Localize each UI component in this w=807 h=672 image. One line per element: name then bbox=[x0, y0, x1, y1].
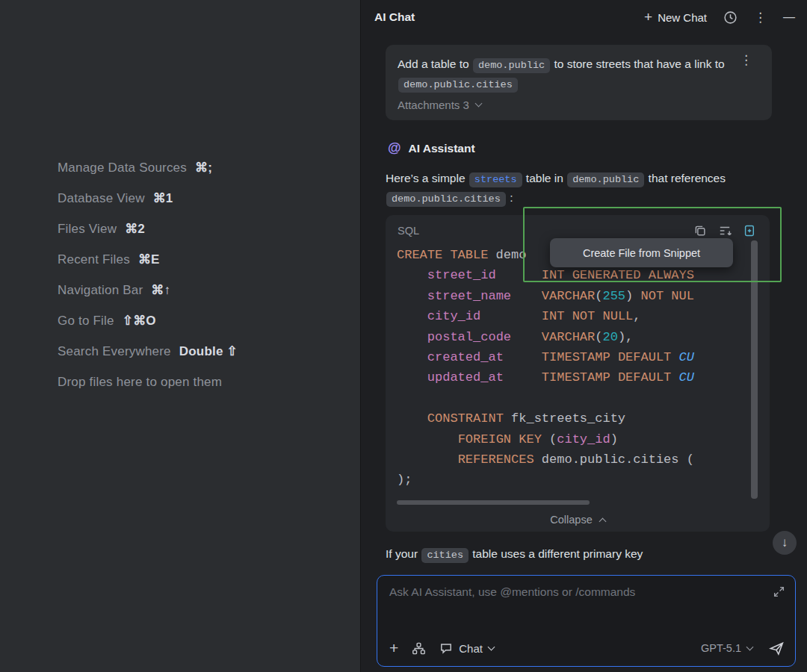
shortcut-hint: Go to File⇧⌘O bbox=[58, 305, 238, 336]
code-line bbox=[397, 388, 770, 408]
chat-bubble-icon bbox=[439, 641, 453, 655]
code-line: updated_at TIMESTAMP DEFAULT CU bbox=[397, 367, 770, 388]
horizontal-scrollbar-thumb[interactable] bbox=[397, 500, 590, 505]
plus-icon: + bbox=[644, 12, 652, 22]
code-block-actions bbox=[693, 224, 756, 237]
add-attachment-icon[interactable]: + bbox=[389, 641, 398, 655]
chat-input[interactable] bbox=[377, 576, 795, 622]
text-segment: Add a table to bbox=[398, 57, 472, 70]
chat-title: AI Chat bbox=[374, 10, 415, 24]
shortcut-label: Files View bbox=[58, 222, 117, 237]
shortcut-keys: Double ⇧ bbox=[179, 343, 238, 359]
code-line: ); bbox=[397, 470, 770, 490]
shortcut-label: Search Everywhere bbox=[58, 344, 171, 359]
shortcut-hint: Database View⌘1 bbox=[58, 183, 238, 214]
minimize-icon[interactable]: — bbox=[783, 10, 795, 24]
text-segment: table in bbox=[523, 172, 567, 184]
shortcut-hint: Files View⌘2 bbox=[58, 214, 238, 244]
more-options-icon[interactable]: ⋮ bbox=[754, 10, 767, 25]
code-line: CONSTRAINT fk_streets_city bbox=[397, 408, 770, 429]
text-segment: that references bbox=[645, 172, 726, 184]
context-structure-icon[interactable] bbox=[412, 641, 426, 656]
chat-mode-label: Chat bbox=[459, 642, 483, 655]
shortcut-label: Go to File bbox=[58, 314, 114, 329]
chevron-down-icon bbox=[746, 643, 754, 650]
insert-snippet-icon[interactable] bbox=[718, 224, 732, 237]
collapse-label: Collapse bbox=[550, 514, 592, 526]
create-file-from-snippet-icon[interactable] bbox=[743, 224, 756, 237]
ide-window: Manage Data Sources⌘;Database View⌘1File… bbox=[0, 0, 807, 672]
shortcut-hints: Manage Data Sources⌘;Database View⌘1File… bbox=[58, 152, 238, 397]
text-segment: Here’s a simple bbox=[386, 172, 469, 184]
tooltip-label: Create File from Snippet bbox=[583, 247, 700, 259]
code-line: REFERENCES demo.public.cities ( bbox=[397, 449, 770, 470]
code-line: FOREIGN KEY (city_id) bbox=[397, 429, 770, 449]
user-message-card: Add a table to demo.public to store stre… bbox=[386, 45, 772, 120]
shortcut-keys: ⌘↑ bbox=[151, 282, 170, 298]
code-line: postal_code VARCHAR(20), bbox=[397, 327, 770, 347]
shortcut-label: Recent Files bbox=[58, 252, 130, 267]
shortcut-keys: ⌘E bbox=[138, 252, 160, 267]
inline-code-chip: demo.public.cities bbox=[398, 78, 518, 93]
copy-snippet-icon[interactable] bbox=[693, 224, 707, 237]
shortcut-keys: ⌘2 bbox=[125, 221, 145, 237]
assistant-followup-text: If your cities table uses a different pr… bbox=[386, 544, 776, 564]
inline-code-chip: demo.public bbox=[567, 172, 644, 187]
sql-code: CREATE TABLE demo street_id INT GENERATE… bbox=[386, 245, 770, 491]
shortcut-hint: Search EverywhereDouble ⇧ bbox=[58, 336, 238, 367]
shortcut-hint: Navigation Bar⌘↑ bbox=[58, 275, 238, 305]
chat-header-actions: + New Chat ⋮ — bbox=[644, 10, 795, 25]
shortcut-keys: ⇧⌘O bbox=[123, 313, 156, 329]
chevron-down-icon bbox=[474, 100, 482, 108]
shortcut-keys: ⌘1 bbox=[153, 190, 173, 206]
code-line: created_at TIMESTAMP DEFAULT CU bbox=[397, 347, 770, 367]
new-chat-label: New Chat bbox=[658, 11, 707, 24]
code-line: city_id INT NOT NULL, bbox=[397, 306, 770, 326]
attachments-label: Attachments 3 bbox=[398, 99, 469, 111]
message-options-icon[interactable]: ⋮ bbox=[740, 52, 752, 68]
shortcut-hint: Recent Files⌘E bbox=[58, 244, 238, 275]
inline-code-chip: cities bbox=[421, 548, 469, 563]
send-button[interactable] bbox=[769, 641, 785, 656]
ai-assistant-icon: @ bbox=[388, 140, 401, 156]
model-label: GPT-5.1 bbox=[701, 642, 741, 654]
attachments-toggle[interactable]: Attachments 3 bbox=[398, 99, 481, 111]
inline-code-chip: demo.public.cities bbox=[386, 192, 506, 207]
text-segment: : bbox=[507, 191, 513, 204]
model-selector[interactable]: GPT-5.1 bbox=[701, 642, 752, 654]
editor-empty-pane: Manage Data Sources⌘;Database View⌘1File… bbox=[0, 0, 361, 672]
user-message-text: Add a table to demo.public to store stre… bbox=[398, 55, 742, 93]
chat-history-icon[interactable] bbox=[723, 10, 738, 25]
collapse-code-button[interactable]: Collapse bbox=[386, 508, 770, 532]
vertical-scrollbar-thumb[interactable] bbox=[751, 240, 758, 499]
inline-code-chip: demo.public bbox=[473, 58, 550, 73]
assistant-intro-text: Here’s a simple streets table in demo.pu… bbox=[386, 169, 776, 208]
shortcut-keys: ⌘; bbox=[195, 160, 212, 175]
text-segment: to store streets that have a link to bbox=[551, 57, 725, 70]
shortcut-hint: Manage Data Sources⌘; bbox=[58, 152, 238, 183]
chevron-up-icon bbox=[599, 517, 606, 525]
chat-mode-selector[interactable]: Chat bbox=[439, 641, 494, 655]
code-language-label: SQL bbox=[398, 225, 419, 237]
assistant-name: AI Assistant bbox=[409, 142, 475, 155]
code-line: street_id INT GENERATED ALWAYS bbox=[397, 265, 770, 285]
text-segment: table uses a different primary key bbox=[469, 547, 643, 560]
ai-chat-panel: AI Chat + New Chat ⋮ — bbox=[361, 0, 807, 672]
shortcut-hint: Drop files here to open them bbox=[58, 367, 238, 397]
shortcut-label: Database View bbox=[58, 191, 145, 206]
chat-input-container: + Chat bbox=[377, 575, 796, 667]
shortcut-label: Manage Data Sources bbox=[58, 161, 187, 175]
arrow-down-icon: ↓ bbox=[782, 535, 788, 550]
expand-input-icon[interactable] bbox=[773, 585, 785, 598]
shortcut-label: Drop files here to open them bbox=[58, 375, 222, 390]
chevron-down-icon bbox=[488, 643, 495, 650]
shortcut-label: Navigation Bar bbox=[58, 283, 143, 298]
chat-header: AI Chat + New Chat ⋮ — bbox=[361, 0, 807, 34]
code-block-header: SQL bbox=[386, 215, 770, 239]
scroll-to-bottom-button[interactable]: ↓ bbox=[773, 531, 797, 555]
code-line: street_name VARCHAR(255) NOT NUL bbox=[397, 286, 770, 306]
new-chat-button[interactable]: + New Chat bbox=[644, 11, 707, 24]
create-file-tooltip: Create File from Snippet bbox=[550, 238, 733, 267]
inline-code-chip: streets bbox=[469, 172, 522, 187]
chat-input-toolbar: + Chat bbox=[389, 638, 785, 658]
